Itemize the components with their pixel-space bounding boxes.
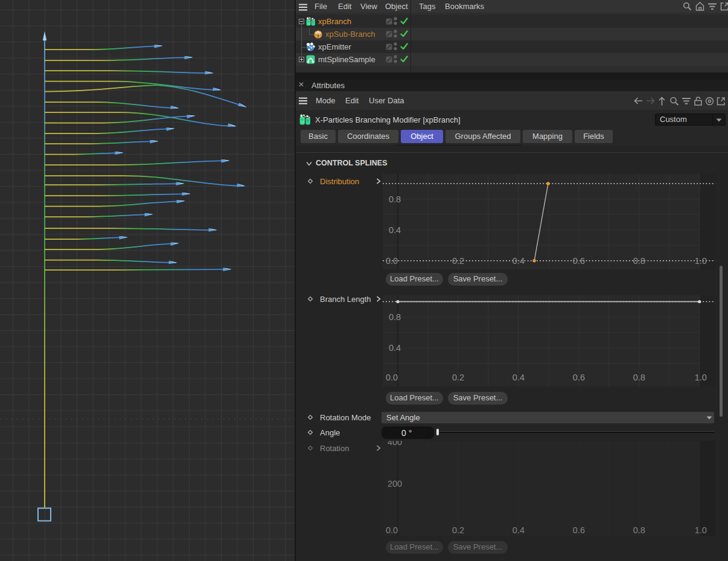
svg-text:0.2: 0.2 (452, 256, 464, 266)
svg-text:0.2: 0.2 (452, 373, 464, 382)
svg-text:200: 200 (387, 478, 401, 488)
svg-text:0.8: 0.8 (633, 525, 645, 535)
svg-text:0.0: 0.0 (385, 256, 397, 266)
svg-text:0.8: 0.8 (633, 373, 645, 382)
svg-text:0.4: 0.4 (512, 373, 524, 382)
svg-text:0.8: 0.8 (388, 194, 400, 204)
svg-text:1.0: 1.0 (694, 373, 706, 382)
svg-text:0.8: 0.8 (633, 256, 645, 266)
svg-text:0.4: 0.4 (512, 525, 524, 535)
svg-text:0.4: 0.4 (388, 343, 400, 353)
svg-text:1.0: 1.0 (694, 256, 706, 266)
svg-text:0.0: 0.0 (385, 525, 397, 535)
svg-text:0.4: 0.4 (512, 256, 524, 266)
svg-text:0.2: 0.2 (452, 525, 464, 535)
svg-text:0.6: 0.6 (572, 256, 584, 266)
svg-text:400: 400 (387, 441, 401, 447)
svg-text:1.0: 1.0 (694, 525, 706, 535)
svg-text:0.0: 0.0 (385, 373, 397, 382)
svg-text:0.6: 0.6 (572, 525, 584, 535)
svg-text:0.6: 0.6 (572, 373, 584, 382)
svg-text:0.4: 0.4 (388, 225, 400, 235)
svg-text:0.8: 0.8 (388, 312, 400, 322)
